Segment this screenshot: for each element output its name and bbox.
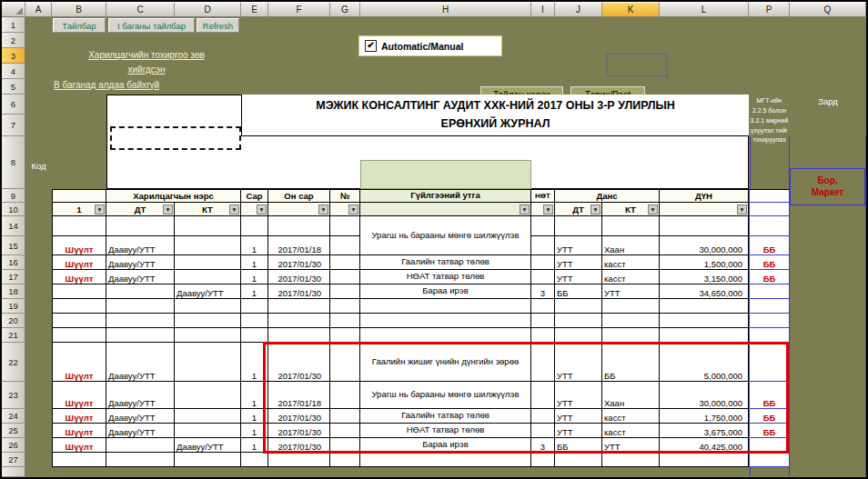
cell[interactable] xyxy=(330,284,360,299)
cell[interactable]: ББ xyxy=(749,270,790,284)
col-header[interactable]: B xyxy=(52,2,106,17)
cell[interactable] xyxy=(531,314,555,328)
cell[interactable]: 3 xyxy=(531,438,555,453)
cell[interactable]: касст xyxy=(602,270,660,284)
cell[interactable]: 1 xyxy=(241,236,268,255)
cell[interactable]: 34,650,000 xyxy=(660,284,749,299)
filter-dropdown-icon[interactable] xyxy=(318,205,328,215)
cell[interactable] xyxy=(531,343,555,382)
cell[interactable] xyxy=(749,438,790,453)
cell[interactable] xyxy=(749,299,790,314)
cell[interactable] xyxy=(330,453,360,467)
cell[interactable]: 2017/01/18 xyxy=(268,236,330,255)
cell[interactable] xyxy=(175,343,241,382)
cell[interactable] xyxy=(175,453,241,467)
col-header[interactable]: Q xyxy=(790,2,866,17)
row-header[interactable]: 25 xyxy=(2,424,25,438)
cell[interactable] xyxy=(749,314,790,328)
row-header[interactable]: 26 xyxy=(2,438,25,453)
row-header[interactable]: 7 xyxy=(2,115,25,136)
cell[interactable]: 1 xyxy=(241,343,268,382)
filter-cell[interactable] xyxy=(330,203,360,216)
cell[interactable] xyxy=(660,216,749,236)
cell[interactable]: 2017/01/30 xyxy=(268,270,330,284)
cell[interactable]: Шүүлт xyxy=(52,343,106,382)
filter-cell[interactable] xyxy=(268,203,330,216)
cell[interactable]: УТТ xyxy=(555,270,602,284)
cell[interactable] xyxy=(360,299,531,314)
cell[interactable] xyxy=(241,299,268,314)
col-header[interactable]: I xyxy=(531,2,555,17)
cell[interactable]: 3,675,000 xyxy=(660,424,749,438)
col-header[interactable]: C xyxy=(106,2,175,17)
filter-cell[interactable]: КТ xyxy=(602,203,660,216)
cell[interactable]: Урагш нь барааны мөнгө шилжүүлэв xyxy=(360,382,531,409)
row-header[interactable]: 18 xyxy=(2,284,25,299)
cell[interactable] xyxy=(330,343,360,382)
cell[interactable]: ББ xyxy=(749,255,790,270)
cell[interactable] xyxy=(175,299,241,314)
filter-dropdown-icon[interactable] xyxy=(590,205,601,215)
filter-cell[interactable]: КТ xyxy=(175,203,241,216)
cell[interactable] xyxy=(330,299,360,314)
cell[interactable]: УТТ xyxy=(555,424,602,438)
cell[interactable]: Гаалийн татвар төлөв xyxy=(360,409,531,424)
cell[interactable]: 3,150,000 xyxy=(660,270,749,284)
cell[interactable] xyxy=(175,328,241,343)
cell[interactable] xyxy=(175,409,241,424)
cell[interactable] xyxy=(360,453,531,467)
header-cell[interactable]: ДҮН xyxy=(660,189,749,203)
row-header[interactable]: 10 xyxy=(2,203,25,216)
cell[interactable]: Шүүлт xyxy=(52,255,106,270)
cell[interactable]: 2017/01/30 xyxy=(268,255,330,270)
cell[interactable]: УТТ xyxy=(602,438,660,453)
select-all-corner[interactable] xyxy=(2,2,25,17)
filter-cell[interactable] xyxy=(360,203,531,216)
filter-cell[interactable] xyxy=(749,203,790,216)
cell[interactable] xyxy=(175,314,241,328)
row-header[interactable]: 22 xyxy=(2,343,25,382)
cell[interactable] xyxy=(52,284,106,299)
cell[interactable]: Бараа ирэв xyxy=(360,438,531,453)
cell[interactable]: 1,750,000 xyxy=(660,409,749,424)
row-header[interactable]: 9 xyxy=(2,189,25,203)
cell[interactable]: Даавуу/УТТ xyxy=(106,343,175,382)
filter-dropdown-icon[interactable] xyxy=(648,205,658,215)
cell[interactable]: 30,000,000 xyxy=(660,236,749,255)
cell[interactable]: Гаалийн татвар төлөв xyxy=(360,255,531,270)
cell[interactable]: ББ xyxy=(749,424,790,438)
cell[interactable] xyxy=(106,284,175,299)
cell[interactable] xyxy=(555,216,602,236)
cell[interactable] xyxy=(52,299,106,314)
cell[interactable] xyxy=(241,328,268,343)
cell[interactable] xyxy=(749,216,790,236)
cell[interactable] xyxy=(52,216,106,236)
cell[interactable]: 1 xyxy=(241,270,268,284)
cell[interactable]: 1,500,000 xyxy=(660,255,749,270)
col-header[interactable]: J xyxy=(555,2,602,17)
col-header[interactable]: A xyxy=(25,2,52,17)
row-header[interactable]: 24 xyxy=(2,409,25,424)
cell[interactable] xyxy=(555,299,602,314)
cell[interactable] xyxy=(175,382,241,409)
cell[interactable] xyxy=(52,453,106,467)
cell[interactable]: Даавуу/УТТ xyxy=(106,236,175,255)
cell[interactable]: ББ xyxy=(555,284,602,299)
cell[interactable]: Шүүлт xyxy=(52,270,106,284)
cell[interactable] xyxy=(175,216,241,236)
row-header[interactable]: 20 xyxy=(2,314,25,328)
cell[interactable]: 30,000,000 xyxy=(660,382,749,409)
cell[interactable] xyxy=(602,216,660,236)
cell[interactable] xyxy=(268,216,330,236)
filter-cell[interactable] xyxy=(531,203,555,216)
col-header-selected[interactable]: K xyxy=(602,2,660,17)
col-header[interactable]: G xyxy=(330,2,360,17)
cell[interactable] xyxy=(602,453,660,467)
cell[interactable]: ББ xyxy=(749,236,790,255)
cell[interactable]: 2017/01/18 xyxy=(268,382,330,409)
cell[interactable] xyxy=(241,453,268,467)
cell[interactable] xyxy=(749,343,790,382)
cell[interactable] xyxy=(330,438,360,453)
cell[interactable]: 2017/01/30 xyxy=(268,284,330,299)
cell[interactable] xyxy=(749,453,790,467)
